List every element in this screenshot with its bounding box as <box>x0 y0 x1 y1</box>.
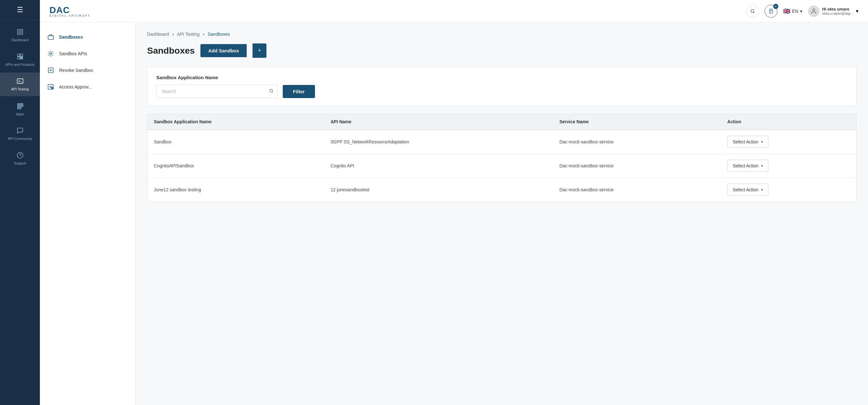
breadcrumb-dashboard[interactable]: Dashboard <box>147 32 169 37</box>
select-action-button-3[interactable]: Select Action ▾ <box>727 184 769 196</box>
support-icon <box>16 151 24 160</box>
sandboxes-nav-icon <box>46 33 55 41</box>
svg-rect-14 <box>20 106 21 107</box>
logo-main: DAC <box>50 5 70 15</box>
left-panel: Sandboxes Sandbox APIs R <box>40 22 135 405</box>
left-nav-access-approv-label: Access Approv... <box>59 84 92 89</box>
filter-section-label: Sandbox Application Name <box>156 75 847 80</box>
select-action-chevron-2: ▾ <box>761 164 763 168</box>
sidebar-item-label-apis: APIs and Products <box>5 63 34 67</box>
flag-icon: 🇬🇧 <box>783 8 790 15</box>
left-nav-revoke-sandbox-label: Revoke Sandbox <box>59 68 93 73</box>
sidebar-item-apps[interactable]: Apps <box>0 97 40 121</box>
header-right: 0 🇬🇧 EN ▾ Hi ekta umare ekta.u+apim@digi… <box>746 5 859 18</box>
sidebar: ☰ Dashboard APIs and Products <box>0 0 40 405</box>
logo: DAC DIGITAL APICRAFT <box>50 5 91 17</box>
cell-service-name-1: Dac-mock-sandbox-service <box>553 130 721 154</box>
sidebar-item-api-community[interactable]: API Community <box>0 122 40 145</box>
table-header: Sandbox Application Name API Name Servic… <box>148 114 856 130</box>
select-action-label-3: Select Action <box>733 187 758 192</box>
table-header-row: Sandbox Application Name API Name Servic… <box>148 114 856 130</box>
svg-rect-4 <box>17 54 20 56</box>
sidebar-item-api-testing[interactable]: API Testing <box>0 73 40 96</box>
hamburger-icon[interactable]: ☰ <box>17 6 23 14</box>
left-nav-sandbox-apis-label: Sandbox APIs <box>59 51 87 56</box>
access-approv-nav-icon <box>46 82 55 91</box>
svg-rect-25 <box>48 36 54 39</box>
search-input-wrapper <box>156 85 278 98</box>
page-title: Sandboxes <box>147 46 195 56</box>
table-body: Sandbox 3GPP SS_NetworkResourceAdaptatio… <box>148 130 856 202</box>
sidebar-item-support[interactable]: Support <box>0 147 40 170</box>
svg-point-18 <box>17 152 23 158</box>
select-action-chevron-1: ▾ <box>761 140 763 144</box>
sidebar-item-label-dashboard: Dashboard <box>11 38 29 42</box>
svg-rect-0 <box>17 29 19 31</box>
svg-point-8 <box>21 57 22 59</box>
sidebar-item-label-apps: Apps <box>16 112 24 116</box>
lang-label: EN <box>792 9 798 14</box>
cell-app-name-1: Sandbox <box>148 130 324 154</box>
revoke-sandbox-nav-icon <box>46 66 55 75</box>
left-nav-sandboxes[interactable]: Sandboxes <box>40 29 135 45</box>
cell-action-1: Select Action ▾ <box>721 130 856 154</box>
search-input[interactable] <box>156 85 278 98</box>
cell-service-name-3: Dac-mock-sandbox-service <box>553 178 721 202</box>
col-api-name: API Name <box>324 114 553 130</box>
left-nav-sandbox-apis[interactable]: Sandbox APIs <box>40 45 135 62</box>
add-sandbox-plus-button[interactable]: + <box>252 44 267 58</box>
svg-rect-3 <box>21 33 22 34</box>
sidebar-item-apis[interactable]: APIs and Products <box>0 48 40 71</box>
lang-chevron-icon: ▾ <box>800 9 802 14</box>
api-testing-icon <box>16 77 24 85</box>
svg-rect-13 <box>17 106 19 107</box>
sandbox-apis-nav-icon <box>46 49 55 58</box>
sidebar-item-label-api-community: API Community <box>8 137 32 141</box>
breadcrumb-sep-2: › <box>203 31 204 37</box>
svg-rect-15 <box>21 106 23 107</box>
cell-api-name-2: Cognito API <box>324 154 553 178</box>
filter-button[interactable]: Filter <box>283 85 315 98</box>
api-icon <box>16 52 24 61</box>
table-row: Sandbox 3GPP SS_NetworkResourceAdaptatio… <box>148 130 856 154</box>
main-wrapper: DAC DIGITAL APICRAFT 0 🇬🇧 EN <box>40 0 868 405</box>
cell-app-name-3: June12 sandbox testing <box>148 178 324 202</box>
sidebar-item-label-api-testing: API Testing <box>11 87 29 91</box>
user-chevron-icon: ▾ <box>856 8 859 14</box>
col-service-name: Service Name <box>553 114 721 130</box>
cell-action-2: Select Action ▾ <box>721 154 856 178</box>
col-app-name: Sandbox Application Name <box>148 114 324 130</box>
svg-rect-17 <box>20 107 21 109</box>
user-text: Hi ekta umare ekta.u+apim@digi... <box>822 7 853 15</box>
user-avatar <box>808 5 819 17</box>
cell-api-name-3: 12 junesandboxtest <box>324 178 553 202</box>
breadcrumb: Dashboard › API Testing › Sandboxes <box>147 31 857 37</box>
breadcrumb-api-testing[interactable]: API Testing <box>177 32 200 37</box>
cell-service-name-2: Dac-mock-sandbox-service <box>553 154 721 178</box>
breadcrumb-sep-1: › <box>172 31 174 37</box>
language-selector[interactable]: 🇬🇧 EN ▾ <box>783 8 802 15</box>
add-sandbox-button[interactable]: Add Sandbox <box>200 44 247 57</box>
svg-rect-16 <box>17 107 19 109</box>
select-action-button-2[interactable]: Select Action ▾ <box>727 160 769 172</box>
sidebar-item-label-support: Support <box>14 161 26 166</box>
left-nav-sandboxes-label: Sandboxes <box>59 34 83 39</box>
left-nav-revoke-sandbox[interactable]: Revoke Sandbox <box>40 62 135 79</box>
user-info[interactable]: Hi ekta umare ekta.u+apim@digi... ▾ <box>808 5 859 17</box>
search-icon <box>269 88 274 94</box>
dashboard-icon <box>16 28 24 36</box>
left-nav-access-approv[interactable]: Access Approv... <box>40 79 135 95</box>
svg-point-19 <box>751 9 754 12</box>
global-search-button[interactable] <box>746 5 759 18</box>
logo-sub: DIGITAL APICRAFT <box>50 14 91 17</box>
breadcrumb-sandboxes[interactable]: Sandboxes <box>208 32 230 37</box>
notification-button[interactable]: 0 <box>765 5 777 18</box>
sidebar-item-dashboard[interactable]: Dashboard <box>0 23 40 47</box>
col-action: Action <box>721 114 856 130</box>
svg-point-30 <box>270 89 273 92</box>
select-action-button-1[interactable]: Select Action ▾ <box>727 136 769 148</box>
svg-rect-12 <box>21 103 23 105</box>
svg-rect-1 <box>21 29 22 31</box>
cell-api-name-1: 3GPP SS_NetworkResourceAdaptation <box>324 130 553 154</box>
sidebar-logo-area: ☰ <box>0 0 40 20</box>
